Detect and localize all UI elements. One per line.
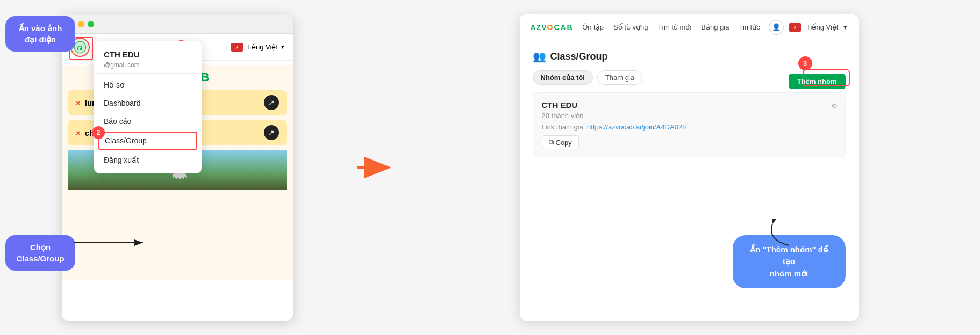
dropdown-item-classgroup[interactable]: Class/Group 2 [98,132,197,150]
arrow-to-classgroup [74,237,149,248]
nav-link-tintuc[interactable]: Tin tức [739,23,760,31]
right-chevron-icon: ▾ [843,23,847,31]
browser-dot-green [88,21,94,27]
nav-link-banggia[interactable]: Bảng giá [701,23,729,31]
right-content: 👥 Class/Group Nhóm của tôi Tham gia CTH … [520,40,859,172]
dropdown-menu: CTH EDU @gmail.com Hồ sơ Dashboard Báo c… [94,41,202,173]
link-icon-chicken[interactable]: ↗ [264,125,279,140]
step2-badge: 2 [92,126,105,139]
x-mark-lunch: × [76,98,81,107]
share-icon[interactable]: ⎋ [832,101,836,110]
lang-label: Tiếng Việt [246,43,278,51]
main-container: Ấn vào ảnh đại diện Chọn Class/Group [0,0,980,335]
right-browser-window: AZVOCAB Ôn tập Số từ vựng Tìm từ mới Bản… [520,14,859,321]
right-nav-logo: AZVOCAB [531,23,574,32]
x-mark-chicken: × [76,128,81,137]
right-panel: AZVOCAB Ôn tập Số từ vựng Tìm từ mới Bản… [398,0,980,335]
center-arrow [355,157,398,178]
tab-my-groups[interactable]: Nhóm của tôi [533,70,593,85]
browser-dot-yellow [78,21,84,27]
arrow-to-avatar [74,33,160,34]
right-lang-label: Tiếng Việt [806,23,838,31]
left-panel: Ấn vào ảnh đại diện Chọn Class/Group [0,0,355,335]
left-browser-window: ★ Tiếng Việt ▾ 1 CTH EDU @gmail.com Hồ s… [62,14,293,321]
nav-link-ontap[interactable]: Ôn tập [582,23,604,31]
bubble-choose-class: Chọn Class/Group [5,235,75,271]
dropdown-item-report[interactable]: Báo cáo [94,112,202,130]
group-link: Link tham gia: https://azvocab.ai/join/A… [542,123,836,131]
copy-button[interactable]: ⧉ Copy [542,135,579,149]
nav-link-sotuvung[interactable]: Số từ vựng [613,23,648,31]
dropdown-email: @gmail.com [94,61,202,74]
right-arrow-icon [357,157,395,178]
nav-link-timtumoi[interactable]: Tìm từ mới [657,23,691,31]
dropdown-item-profile[interactable]: Hồ sơ [94,76,202,94]
right-nav-right: 👤 ★ Tiếng Việt ▾ [769,20,847,35]
dropdown-user-name: CTH EDU [94,46,202,61]
group-name: CTH EDU [542,100,578,110]
dropdown-item-dashboard[interactable]: Dashboard [94,94,202,112]
tab-join[interactable]: Tham gia [597,70,642,85]
copy-icon: ⧉ [549,138,554,147]
step3-badge: 3 [798,56,812,70]
join-link[interactable]: https://azvocab.ai/join/A4DA028 [587,123,686,131]
right-nav-links: Ôn tập Số từ vựng Tìm từ mới Bảng giá Ti… [582,23,760,31]
bubble-click-avatar: Ấn vào ảnh đại diện [5,16,75,52]
right-vn-flag: ★ [789,23,801,32]
vn-flag: ★ [231,43,243,52]
right-nav: AZVOCAB Ôn tập Số từ vựng Tìm từ mới Bản… [520,14,859,40]
add-group-button[interactable]: Thêm nhóm [789,74,846,89]
group-icon: 👥 [533,50,546,63]
dropdown-item-logout[interactable]: Đăng xuất [94,151,202,169]
arrow-to-add-group [762,219,794,251]
browser-topbar [62,14,293,34]
chevron-down-icon: ▾ [281,43,284,50]
user-icon[interactable]: 👤 [769,20,784,35]
group-card-cth-edu: CTH EDU ⎋ 20 thành viên Link tham gia: h… [533,92,846,157]
group-card-header: CTH EDU ⎋ [542,100,836,110]
group-members: 20 thành viên [542,112,836,120]
link-icon-lunch[interactable]: ↗ [264,95,279,110]
lang-selector[interactable]: ★ Tiếng Việt ▾ [231,43,284,52]
